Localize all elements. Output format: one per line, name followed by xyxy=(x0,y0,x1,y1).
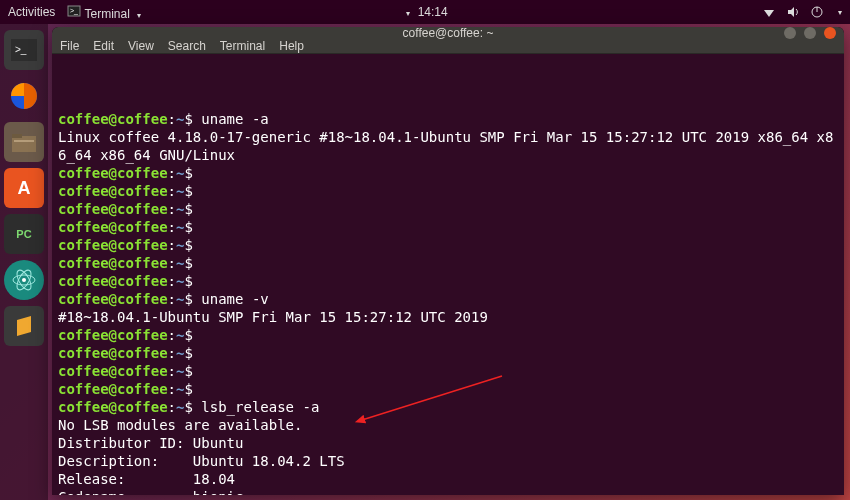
menu-terminal[interactable]: Terminal xyxy=(220,39,265,53)
network-icon[interactable] xyxy=(762,5,776,19)
chevron-down-icon: ▾ xyxy=(838,8,842,17)
terminal-output-line: No LSB modules are available. xyxy=(58,416,838,434)
terminal-icon: >_ xyxy=(67,4,81,18)
svg-text:>_: >_ xyxy=(15,44,27,55)
menubar: File Edit View Search Terminal Help xyxy=(52,39,844,54)
terminal-output-line: #18~18.04.1-Ubuntu SMP Fri Mar 15 15:27:… xyxy=(58,308,838,326)
gnome-topbar: Activities >_ Terminal ▾ ▾ 14:14 ▾ xyxy=(0,0,850,24)
terminal-prompt-line: coffee@coffee:~$ uname -v xyxy=(58,290,838,308)
terminal-prompt-line: coffee@coffee:~$ uname -a xyxy=(58,110,838,128)
terminal-content[interactable]: coffee@coffee:~$ uname -aLinux coffee 4.… xyxy=(52,54,844,495)
terminal-output-line: Distributor ID: Ubuntu xyxy=(58,434,838,452)
terminal-output-line: Release: 18.04 xyxy=(58,470,838,488)
minimize-button[interactable] xyxy=(784,27,796,39)
terminal-output-line: Description: Ubuntu 18.04.2 LTS xyxy=(58,452,838,470)
terminal-prompt-line: coffee@coffee:~$ xyxy=(58,362,838,380)
menu-search[interactable]: Search xyxy=(168,39,206,53)
close-button[interactable] xyxy=(824,27,836,39)
terminal-prompt-line: coffee@coffee:~$ lsb_release -a xyxy=(58,398,838,416)
terminal-prompt-line: coffee@coffee:~$ xyxy=(58,236,838,254)
launcher-terminal[interactable]: >_ xyxy=(4,30,44,70)
menu-help[interactable]: Help xyxy=(279,39,304,53)
terminal-prompt-line: coffee@coffee:~$ xyxy=(58,326,838,344)
launcher-software[interactable]: A xyxy=(4,168,44,208)
app-menu[interactable]: >_ Terminal ▾ xyxy=(67,4,141,21)
window-titlebar[interactable]: coffee@coffee: ~ xyxy=(52,27,844,39)
svg-text:>_: >_ xyxy=(70,7,78,15)
terminal-prompt-line: coffee@coffee:~$ xyxy=(58,254,838,272)
window-title: coffee@coffee: ~ xyxy=(403,27,494,40)
maximize-button[interactable] xyxy=(804,27,816,39)
launcher-pycharm[interactable]: PC xyxy=(4,214,44,254)
terminal-prompt-line: coffee@coffee:~$ xyxy=(58,344,838,362)
chevron-down-icon: ▾ xyxy=(137,11,141,20)
chevron-down-icon: ▾ xyxy=(406,9,410,18)
svg-rect-8 xyxy=(12,134,22,138)
svg-rect-9 xyxy=(14,140,34,142)
terminal-output-line: Linux coffee 4.18.0-17-generic #18~18.04… xyxy=(58,128,838,164)
power-icon[interactable] xyxy=(810,5,824,19)
terminal-prompt-line: coffee@coffee:~$ xyxy=(58,272,838,290)
menu-edit[interactable]: Edit xyxy=(93,39,114,53)
launcher-sublime[interactable] xyxy=(4,306,44,346)
terminal-prompt-line: coffee@coffee:~$ xyxy=(58,182,838,200)
terminal-prompt-line: coffee@coffee:~$ xyxy=(58,218,838,236)
clock[interactable]: ▾ 14:14 xyxy=(402,5,447,19)
terminal-prompt-line: coffee@coffee:~$ xyxy=(58,200,838,218)
terminal-prompt-line: coffee@coffee:~$ xyxy=(58,164,838,182)
terminal-prompt-line: coffee@coffee:~$ xyxy=(58,380,838,398)
launcher-dock: >_ A PC xyxy=(0,24,48,500)
svg-rect-7 xyxy=(12,136,36,152)
svg-point-10 xyxy=(22,278,26,282)
launcher-files[interactable] xyxy=(4,122,44,162)
launcher-atom[interactable] xyxy=(4,260,44,300)
terminal-window: coffee@coffee: ~ File Edit View Search T… xyxy=(52,27,844,495)
terminal-output-line: Codename: bionic xyxy=(58,488,838,495)
activities-button[interactable]: Activities xyxy=(8,5,55,19)
menu-file[interactable]: File xyxy=(60,39,79,53)
volume-icon[interactable] xyxy=(786,5,800,19)
launcher-firefox[interactable] xyxy=(4,76,44,116)
menu-view[interactable]: View xyxy=(128,39,154,53)
